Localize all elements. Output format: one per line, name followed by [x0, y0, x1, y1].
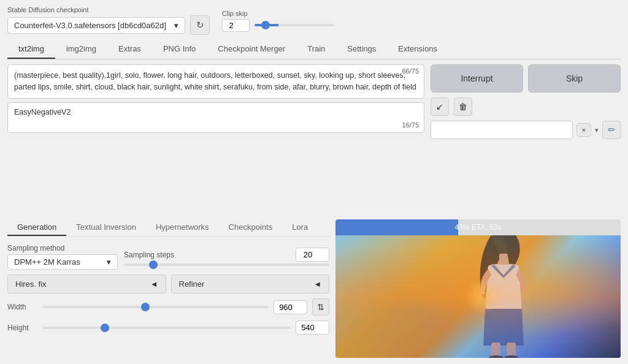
swap-dimensions-button[interactable]: ⇅ — [312, 298, 329, 316]
tab-extensions[interactable]: Extensions — [387, 40, 448, 59]
content-area: 66/75 (masterpiece, best quality),1girl,… — [7, 64, 621, 214]
style-dropdown-arrow: ▾ — [595, 126, 599, 134]
clip-skip-slider[interactable] — [255, 24, 334, 26]
tab-png-info[interactable]: PNG Info — [152, 40, 207, 59]
output-panel: 43% ETA: 53s — [335, 219, 621, 358]
left-panel: 66/75 (masterpiece, best quality),1girl,… — [7, 64, 424, 214]
sampling-steps-slider[interactable] — [124, 264, 329, 266]
style-edit-button[interactable]: ✏ — [602, 121, 621, 139]
width-slider[interactable] — [43, 306, 269, 308]
right-panel: Interrupt Skip ↙ 🗑 × ▾ ✏ — [431, 64, 621, 214]
output-image — [335, 235, 621, 358]
generation-panel: Generation Textual Inversion Hypernetwor… — [7, 219, 329, 358]
hires-fix-label: Hires. fix — [15, 279, 47, 289]
clip-skip-label: Clip skip — [222, 10, 334, 17]
chevron-down-icon: ▾ — [107, 257, 111, 267]
subtab-hypernetworks[interactable]: Hypernetworks — [146, 219, 219, 236]
checkpoint-section: Stable Diffusion checkpoint Counterfeit-… — [7, 6, 210, 35]
checkpoint-label: Stable Diffusion checkpoint — [7, 6, 210, 13]
clip-skip-section: Clip skip — [222, 10, 334, 32]
hires-fix-arrow: ◄ — [150, 279, 158, 289]
width-input[interactable] — [274, 300, 307, 314]
positive-prompt-box[interactable]: 66/75 (masterpiece, best quality),1girl,… — [7, 64, 424, 99]
progress-text: 43% ETA: 53s — [455, 223, 502, 232]
interrupt-button[interactable]: Interrupt — [431, 64, 523, 93]
progress-bar-fill — [335, 219, 458, 235]
height-input[interactable] — [296, 320, 329, 335]
style-input[interactable] — [431, 121, 573, 139]
subtab-generation[interactable]: Generation — [7, 219, 66, 236]
top-bar: Stable Diffusion checkpoint Counterfeit-… — [7, 6, 621, 35]
subtab-textual-inversion[interactable]: Textual Inversion — [66, 219, 146, 236]
sampling-method-value: DPM++ 2M Karras — [14, 257, 80, 267]
sampling-steps-input[interactable] — [296, 248, 329, 262]
tab-txt2img[interactable]: txt2img — [7, 40, 55, 59]
refiner-arrow: ◄ — [313, 279, 321, 289]
height-slider[interactable] — [43, 327, 291, 329]
sampling-steps-label: Sampling steps — [124, 251, 191, 259]
hires-fix-accordion[interactable]: Hires. fix ◄ — [7, 275, 166, 294]
tab-settings[interactable]: Settings — [336, 40, 387, 59]
main-tabs: txt2img img2img Extras PNG Info Checkpoi… — [7, 40, 621, 59]
tab-train[interactable]: Train — [296, 40, 336, 59]
width-label: Width — [7, 303, 38, 311]
sampling-method-dropdown[interactable]: DPM++ 2M Karras ▾ — [7, 254, 118, 270]
width-row: Width ⇅ — [7, 298, 329, 316]
progress-bar-container: 43% ETA: 53s — [335, 219, 621, 235]
positive-prompt-text: (masterpiece, best quality),1girl, solo,… — [14, 70, 418, 93]
tab-img2img[interactable]: img2img — [55, 40, 107, 59]
clip-skip-input[interactable] — [222, 19, 250, 32]
checkpoint-value: Counterfeit-V3.0.safetensors [db6cd0a62d… — [14, 21, 166, 30]
subtab-checkpoints[interactable]: Checkpoints — [219, 219, 283, 236]
sky-overlay — [335, 235, 621, 358]
resize-icon-button[interactable]: ↙ — [431, 97, 449, 116]
chevron-down-icon: ▾ — [174, 21, 178, 30]
sampling-method-label: Sampling method — [7, 244, 118, 252]
bottom-section: Generation Textual Inversion Hypernetwor… — [7, 219, 621, 358]
icon-row: ↙ 🗑 — [431, 97, 621, 116]
refresh-button[interactable]: ↻ — [190, 15, 210, 35]
sub-tabs: Generation Textual Inversion Hypernetwor… — [7, 219, 329, 237]
generation-controls: Sampling method DPM++ 2M Karras ▾ Sampli… — [7, 241, 329, 337]
refiner-accordion[interactable]: Refiner ◄ — [171, 275, 330, 294]
trash-icon-button[interactable]: 🗑 — [454, 97, 472, 116]
refiner-label: Refiner — [179, 279, 205, 289]
accordion-row: Hires. fix ◄ Refiner ◄ — [7, 275, 329, 294]
negative-prompt-text: EasyNegativeV2 — [14, 108, 418, 116]
checkpoint-dropdown[interactable]: Counterfeit-V3.0.safetensors [db6cd0a62d… — [7, 17, 185, 34]
action-buttons: Interrupt Skip — [431, 64, 621, 93]
positive-token-count: 66/75 — [402, 67, 419, 75]
height-row: Height — [7, 320, 329, 335]
style-dropdown-button[interactable]: × — [576, 123, 591, 137]
height-label: Height — [7, 324, 38, 332]
tab-extras[interactable]: Extras — [107, 40, 152, 59]
negative-prompt-box[interactable]: 16/75 EasyNegativeV2 — [7, 102, 424, 133]
subtab-lora[interactable]: Lora — [282, 219, 318, 236]
tab-checkpoint-merger[interactable]: Checkpoint Merger — [207, 40, 296, 59]
skip-button[interactable]: Skip — [528, 64, 621, 93]
negative-token-count: 16/75 — [402, 121, 419, 129]
sampling-row: Sampling method DPM++ 2M Karras ▾ Sampli… — [7, 244, 329, 270]
